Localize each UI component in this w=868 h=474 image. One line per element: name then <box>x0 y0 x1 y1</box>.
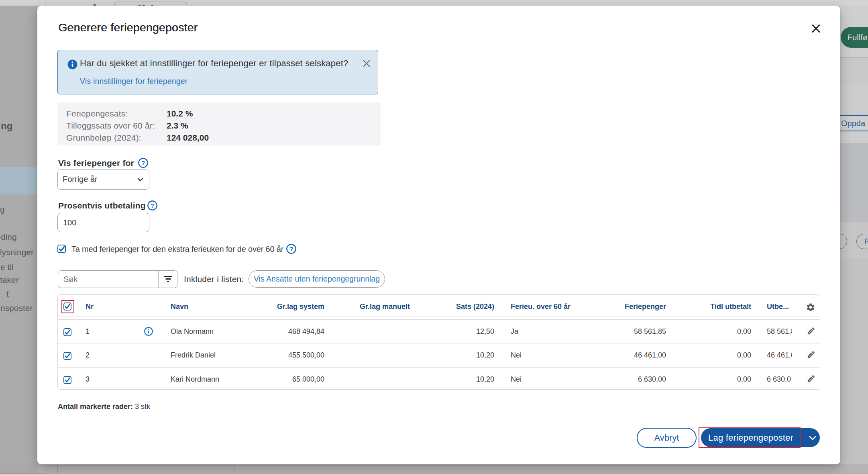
svg-text:?: ? <box>151 202 154 209</box>
svg-text:?: ? <box>141 159 145 166</box>
svg-text:?: ? <box>289 245 293 252</box>
